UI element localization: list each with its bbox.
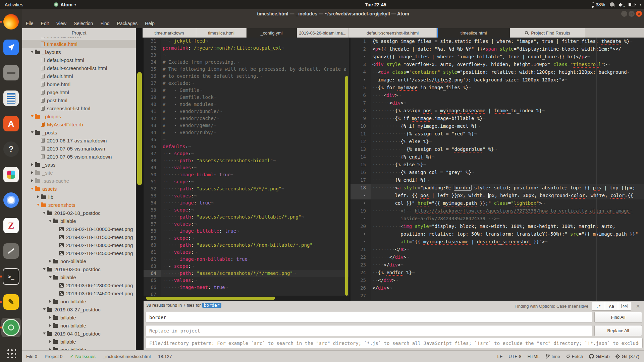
menu-selection[interactable]: Selection (70, 18, 97, 28)
case-option-button[interactable]: Aa (605, 302, 618, 310)
tree-item-time-markdown[interactable]: time.markdown (22, 38, 136, 40)
dock-item-atom[interactable] (1, 318, 21, 337)
chevron-down-icon[interactable] (30, 51, 35, 53)
tab-timeslice-html[interactable]: timeslice.html (196, 28, 247, 38)
code-line[interactable]: 24··{% endfor %}¬ (351, 269, 644, 277)
tree-item-default-html[interactable]: default.html (22, 72, 136, 80)
chevron-down-icon[interactable] (30, 188, 35, 190)
code-line[interactable]: 27 (351, 292, 644, 300)
chevron-right-icon[interactable] (30, 179, 35, 182)
chevron-down-icon[interactable] (42, 212, 47, 214)
activities-button[interactable]: Activities (0, 0, 28, 9)
code-line[interactable]: 7······<div>¬ (351, 99, 644, 107)
tree-item-2019-02-18-100000-meet-png[interactable]: 2019-02-18-100000-meet.png (22, 225, 136, 233)
code-line[interactable]: 15········{% else %}¬ (351, 161, 644, 169)
tree-item-billable[interactable]: billable (22, 273, 136, 281)
tree-item-2019-02-18-101500-meet-png[interactable]: 2019-02-18-101500-meet.png (22, 233, 136, 241)
chevron-down-icon[interactable] (30, 131, 35, 133)
dock-item-help[interactable]: ? (1, 139, 21, 159)
code-line[interactable]: 52······path: "assets/screenshots/*/*/*.… (144, 185, 349, 192)
code-line[interactable]: 56······path: "assets/screenshots/*/bill… (144, 214, 349, 221)
code-line[interactable]: 59··- scope:¬ (144, 235, 349, 242)
code-line[interactable]: 9········{% if myimage.image-billable %}… (351, 115, 644, 122)
dock-item-chromium[interactable] (1, 190, 21, 210)
tree-item-default-screenshot-list-html[interactable]: default-screenshot-list.html (22, 64, 136, 72)
code-line[interactable]: • image: url('/assets/tiles2.png'); back… (351, 76, 644, 84)
code-line[interactable]: 53····values:¬ (144, 192, 349, 199)
status-github[interactable]: GitHub (589, 354, 609, 359)
app-menu-button[interactable]: Atom ▾ (54, 2, 76, 7)
dock-item-archive[interactable] (1, 63, 21, 82)
dock-item-slack[interactable] (1, 165, 21, 184)
status-fetch[interactable]: Fetch (566, 354, 583, 359)
code-line[interactable]: 3<div style="overflow-x: auto; overflow-… (351, 61, 644, 68)
chevron-down-icon[interactable] (48, 276, 53, 278)
code-line[interactable]: • position: relative; top: 50%; transfor… (351, 230, 644, 238)
minimize-button[interactable]: − (621, 11, 627, 17)
code-line[interactable]: 21········</a>¬ (351, 246, 644, 253)
chevron-right-icon[interactable] (48, 324, 53, 327)
code-line[interactable]: 41# - vendor/bundle/¬ (144, 108, 349, 115)
code-line[interactable]: 19··········<!-- https://stackoverflow.c… (351, 207, 644, 215)
code-line[interactable]: 32permalink: /:year/:month/:title:output… (144, 45, 349, 52)
code-line[interactable]: 17········{% endif %}¬ (351, 176, 644, 184)
code-line[interactable]: 61····values:¬ (144, 249, 349, 256)
chevron-down-icon[interactable] (30, 115, 35, 117)
code-line[interactable]: 58······image-billable: true¬ (144, 228, 349, 235)
code-line[interactable]: 37# exclude:¬ (144, 80, 349, 87)
code-line[interactable]: 54······image: true¬ (144, 199, 349, 206)
tab-2019-06-26-bidaml-ma[interactable]: 2019-06-26-bidaml.ma... (297, 28, 349, 38)
status-lf[interactable]: LF (497, 354, 502, 359)
tree-item-non-billable[interactable]: non-billable (22, 321, 136, 329)
code-line[interactable]: 62······image-non-billable: true¬ (144, 256, 349, 263)
dock-item-terminal[interactable]: >_ (1, 267, 21, 286)
code-line[interactable]: 64······path: "assets/screenshots/*/*/*m… (144, 270, 349, 277)
code-line[interactable]: 48······path: "assets/screenshots-bidaml… (144, 157, 349, 164)
code-line[interactable]: 4··<div class="container" style="positio… (351, 68, 644, 76)
code-line[interactable]: 49····values:¬ (144, 164, 349, 171)
status-utf-8[interactable]: UTF-8 (508, 354, 521, 359)
tree-item-non-billable[interactable]: non-billable (22, 346, 136, 350)
tree-item-screenshots[interactable]: screenshots (22, 201, 136, 209)
code-line[interactable]: 66······image-meet: true¬ (144, 284, 349, 291)
replace-input[interactable] (146, 325, 592, 336)
tree-item-2019-02-18-103000-meet-png[interactable]: 2019-02-18-103000-meet.png (22, 241, 136, 249)
tree-item-assets[interactable]: assets (22, 185, 136, 193)
find-input[interactable] (146, 312, 592, 323)
tree-item-2019-03-06-124500-meet-png[interactable]: 2019-03-06-124500-meet.png (22, 289, 136, 297)
code-line[interactable]: 43# - vendor/gems/¬ (144, 122, 349, 129)
chevron-down-icon[interactable] (42, 333, 47, 335)
tree-item-2019-02-18-104500-meet-png[interactable]: 2019-02-18-104500-meet.png (22, 249, 136, 257)
chevron-right-icon[interactable] (48, 300, 53, 303)
code-line[interactable]: • col }}" href="{{ myimage.path }};" cla… (351, 199, 644, 207)
status-time[interactable]: time (546, 354, 560, 359)
close-panel-icon[interactable]: ✕ (635, 304, 641, 309)
editor-right-code[interactable]: 1{% assign image_files = site.static_fil… (351, 38, 644, 300)
code-line[interactable]: 10··········{% if myimage.image-meet %}¬ (351, 122, 644, 130)
tree-item-billable[interactable]: billable (22, 217, 136, 225)
code-line[interactable]: 34# Exclude from processing.¬ (144, 59, 349, 66)
dock-item-firefox[interactable] (1, 12, 21, 32)
show-applications-button[interactable] (6, 348, 16, 358)
tree-item-2019-02-18-postdoc[interactable]: 2019-02-18_postdoc (22, 209, 136, 217)
tab-config-yml[interactable]: _config.yml (247, 28, 297, 38)
tree-item-myassetfilter-rb[interactable]: MyAssetFilter.rb (22, 120, 136, 128)
chevron-right-icon[interactable] (48, 340, 53, 343)
chevron-right-icon[interactable] (48, 316, 53, 319)
code-line[interactable]: 5··{% for myimage in image_files %}¬ (351, 84, 644, 92)
tree-item-sass[interactable]: _sass (22, 161, 136, 169)
tree-item-2019-07-05-vision-markdown[interactable]: 2019-07-05-vision.markdown (22, 153, 136, 161)
editor-left-code[interactable]: 31··- jekyll-feed¬32permalink: /:year/:m… (144, 38, 349, 298)
code-line[interactable]: 44# - vendor/ruby/¬ (144, 129, 349, 136)
tree-item-default-post-html[interactable]: default-post.html (22, 56, 136, 64)
menu-view[interactable]: View (53, 18, 70, 28)
chevron-down-icon[interactable] (42, 268, 47, 270)
file-pattern-input[interactable] (146, 338, 643, 348)
code-line[interactable]: 16··········{% assign col = "grey" %}¬ (351, 169, 644, 176)
tree-item-2019-03-06-postdoc[interactable]: 2019-03-06_postdoc (22, 265, 136, 273)
tree-item-plugins[interactable]: _plugins (22, 112, 136, 120)
chevron-right-icon[interactable] (30, 163, 35, 166)
tab-default-screenshot-list-html[interactable]: default-screenshot-list.html (349, 28, 437, 38)
dock-item-zotero[interactable]: Z (1, 216, 21, 235)
system-tray[interactable]: 38% × ▾ (592, 0, 641, 9)
